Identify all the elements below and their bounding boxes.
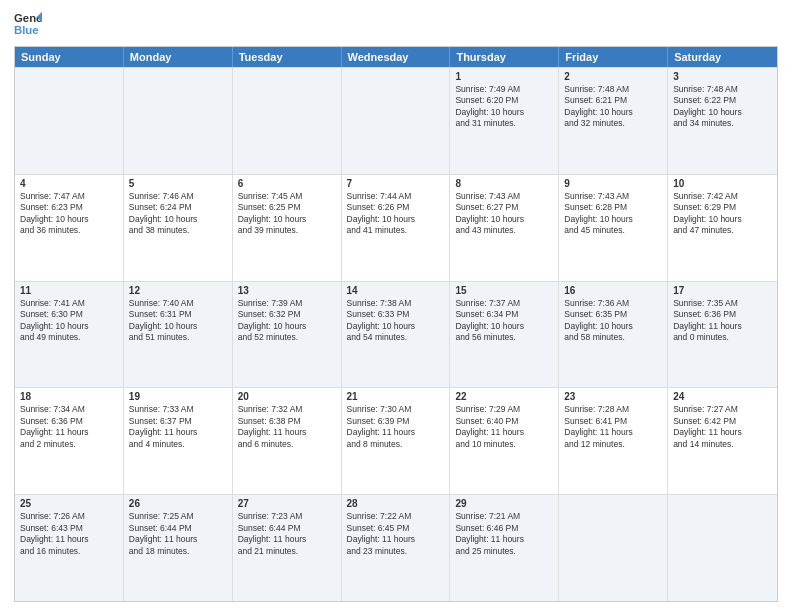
svg-text:Blue: Blue bbox=[14, 24, 39, 36]
cal-cell-r2c2: 13Sunrise: 7:39 AM Sunset: 6:32 PM Dayli… bbox=[233, 282, 342, 388]
day-info: Sunrise: 7:42 AM Sunset: 6:29 PM Dayligh… bbox=[673, 191, 772, 237]
logo: General Blue bbox=[14, 10, 42, 38]
day-info: Sunrise: 7:32 AM Sunset: 6:38 PM Dayligh… bbox=[238, 404, 336, 450]
day-number: 12 bbox=[129, 285, 227, 296]
cal-cell-r3c1: 19Sunrise: 7:33 AM Sunset: 6:37 PM Dayli… bbox=[124, 388, 233, 494]
day-info: Sunrise: 7:40 AM Sunset: 6:31 PM Dayligh… bbox=[129, 298, 227, 344]
cal-cell-r4c0: 25Sunrise: 7:26 AM Sunset: 6:43 PM Dayli… bbox=[15, 495, 124, 601]
cal-cell-r2c3: 14Sunrise: 7:38 AM Sunset: 6:33 PM Dayli… bbox=[342, 282, 451, 388]
day-info: Sunrise: 7:29 AM Sunset: 6:40 PM Dayligh… bbox=[455, 404, 553, 450]
cal-cell-r1c1: 5Sunrise: 7:46 AM Sunset: 6:24 PM Daylig… bbox=[124, 175, 233, 281]
day-info: Sunrise: 7:48 AM Sunset: 6:21 PM Dayligh… bbox=[564, 84, 662, 130]
day-number: 29 bbox=[455, 498, 553, 509]
cal-cell-r4c2: 27Sunrise: 7:23 AM Sunset: 6:44 PM Dayli… bbox=[233, 495, 342, 601]
day-number: 11 bbox=[20, 285, 118, 296]
day-number: 8 bbox=[455, 178, 553, 189]
day-number: 13 bbox=[238, 285, 336, 296]
day-number: 1 bbox=[455, 71, 553, 82]
calendar-row-2: 11Sunrise: 7:41 AM Sunset: 6:30 PM Dayli… bbox=[15, 281, 777, 388]
header-day-tuesday: Tuesday bbox=[233, 47, 342, 67]
day-info: Sunrise: 7:25 AM Sunset: 6:44 PM Dayligh… bbox=[129, 511, 227, 557]
day-number: 26 bbox=[129, 498, 227, 509]
calendar: SundayMondayTuesdayWednesdayThursdayFrid… bbox=[14, 46, 778, 602]
day-info: Sunrise: 7:33 AM Sunset: 6:37 PM Dayligh… bbox=[129, 404, 227, 450]
day-number: 23 bbox=[564, 391, 662, 402]
logo-icon: General Blue bbox=[14, 10, 42, 38]
cal-cell-r0c2 bbox=[233, 68, 342, 174]
day-info: Sunrise: 7:41 AM Sunset: 6:30 PM Dayligh… bbox=[20, 298, 118, 344]
day-number: 17 bbox=[673, 285, 772, 296]
cal-cell-r0c6: 3Sunrise: 7:48 AM Sunset: 6:22 PM Daylig… bbox=[668, 68, 777, 174]
cal-cell-r4c6 bbox=[668, 495, 777, 601]
cal-cell-r0c1 bbox=[124, 68, 233, 174]
day-info: Sunrise: 7:45 AM Sunset: 6:25 PM Dayligh… bbox=[238, 191, 336, 237]
calendar-row-4: 25Sunrise: 7:26 AM Sunset: 6:43 PM Dayli… bbox=[15, 494, 777, 601]
day-number: 20 bbox=[238, 391, 336, 402]
header-day-wednesday: Wednesday bbox=[342, 47, 451, 67]
calendar-body: 1Sunrise: 7:49 AM Sunset: 6:20 PM Daylig… bbox=[15, 67, 777, 601]
day-info: Sunrise: 7:49 AM Sunset: 6:20 PM Dayligh… bbox=[455, 84, 553, 130]
cal-cell-r3c2: 20Sunrise: 7:32 AM Sunset: 6:38 PM Dayli… bbox=[233, 388, 342, 494]
day-number: 2 bbox=[564, 71, 662, 82]
day-info: Sunrise: 7:21 AM Sunset: 6:46 PM Dayligh… bbox=[455, 511, 553, 557]
cal-cell-r3c0: 18Sunrise: 7:34 AM Sunset: 6:36 PM Dayli… bbox=[15, 388, 124, 494]
calendar-header: SundayMondayTuesdayWednesdayThursdayFrid… bbox=[15, 47, 777, 67]
page: General Blue SundayMondayTuesdayWednesda… bbox=[0, 0, 792, 612]
cal-cell-r0c5: 2Sunrise: 7:48 AM Sunset: 6:21 PM Daylig… bbox=[559, 68, 668, 174]
day-info: Sunrise: 7:26 AM Sunset: 6:43 PM Dayligh… bbox=[20, 511, 118, 557]
day-info: Sunrise: 7:43 AM Sunset: 6:27 PM Dayligh… bbox=[455, 191, 553, 237]
header: General Blue bbox=[14, 10, 778, 38]
day-info: Sunrise: 7:46 AM Sunset: 6:24 PM Dayligh… bbox=[129, 191, 227, 237]
day-info: Sunrise: 7:48 AM Sunset: 6:22 PM Dayligh… bbox=[673, 84, 772, 130]
cal-cell-r1c6: 10Sunrise: 7:42 AM Sunset: 6:29 PM Dayli… bbox=[668, 175, 777, 281]
day-number: 27 bbox=[238, 498, 336, 509]
day-info: Sunrise: 7:22 AM Sunset: 6:45 PM Dayligh… bbox=[347, 511, 445, 557]
cal-cell-r0c4: 1Sunrise: 7:49 AM Sunset: 6:20 PM Daylig… bbox=[450, 68, 559, 174]
cal-cell-r3c5: 23Sunrise: 7:28 AM Sunset: 6:41 PM Dayli… bbox=[559, 388, 668, 494]
day-info: Sunrise: 7:23 AM Sunset: 6:44 PM Dayligh… bbox=[238, 511, 336, 557]
calendar-row-3: 18Sunrise: 7:34 AM Sunset: 6:36 PM Dayli… bbox=[15, 387, 777, 494]
cal-cell-r4c5 bbox=[559, 495, 668, 601]
header-day-thursday: Thursday bbox=[450, 47, 559, 67]
day-number: 5 bbox=[129, 178, 227, 189]
cal-cell-r4c4: 29Sunrise: 7:21 AM Sunset: 6:46 PM Dayli… bbox=[450, 495, 559, 601]
cal-cell-r3c4: 22Sunrise: 7:29 AM Sunset: 6:40 PM Dayli… bbox=[450, 388, 559, 494]
day-info: Sunrise: 7:30 AM Sunset: 6:39 PM Dayligh… bbox=[347, 404, 445, 450]
svg-text:General: General bbox=[14, 12, 42, 24]
cal-cell-r2c0: 11Sunrise: 7:41 AM Sunset: 6:30 PM Dayli… bbox=[15, 282, 124, 388]
cal-cell-r2c1: 12Sunrise: 7:40 AM Sunset: 6:31 PM Dayli… bbox=[124, 282, 233, 388]
cal-cell-r0c0 bbox=[15, 68, 124, 174]
day-number: 28 bbox=[347, 498, 445, 509]
header-day-friday: Friday bbox=[559, 47, 668, 67]
day-number: 7 bbox=[347, 178, 445, 189]
header-day-monday: Monday bbox=[124, 47, 233, 67]
day-info: Sunrise: 7:39 AM Sunset: 6:32 PM Dayligh… bbox=[238, 298, 336, 344]
cal-cell-r1c5: 9Sunrise: 7:43 AM Sunset: 6:28 PM Daylig… bbox=[559, 175, 668, 281]
day-number: 10 bbox=[673, 178, 772, 189]
cal-cell-r0c3 bbox=[342, 68, 451, 174]
day-number: 24 bbox=[673, 391, 772, 402]
calendar-row-0: 1Sunrise: 7:49 AM Sunset: 6:20 PM Daylig… bbox=[15, 67, 777, 174]
day-info: Sunrise: 7:44 AM Sunset: 6:26 PM Dayligh… bbox=[347, 191, 445, 237]
day-number: 18 bbox=[20, 391, 118, 402]
cal-cell-r2c5: 16Sunrise: 7:36 AM Sunset: 6:35 PM Dayli… bbox=[559, 282, 668, 388]
day-number: 6 bbox=[238, 178, 336, 189]
day-number: 21 bbox=[347, 391, 445, 402]
day-number: 15 bbox=[455, 285, 553, 296]
day-info: Sunrise: 7:27 AM Sunset: 6:42 PM Dayligh… bbox=[673, 404, 772, 450]
cal-cell-r3c6: 24Sunrise: 7:27 AM Sunset: 6:42 PM Dayli… bbox=[668, 388, 777, 494]
calendar-row-1: 4Sunrise: 7:47 AM Sunset: 6:23 PM Daylig… bbox=[15, 174, 777, 281]
header-day-sunday: Sunday bbox=[15, 47, 124, 67]
day-info: Sunrise: 7:34 AM Sunset: 6:36 PM Dayligh… bbox=[20, 404, 118, 450]
day-info: Sunrise: 7:35 AM Sunset: 6:36 PM Dayligh… bbox=[673, 298, 772, 344]
day-number: 9 bbox=[564, 178, 662, 189]
day-number: 4 bbox=[20, 178, 118, 189]
cal-cell-r2c6: 17Sunrise: 7:35 AM Sunset: 6:36 PM Dayli… bbox=[668, 282, 777, 388]
header-day-saturday: Saturday bbox=[668, 47, 777, 67]
cal-cell-r3c3: 21Sunrise: 7:30 AM Sunset: 6:39 PM Dayli… bbox=[342, 388, 451, 494]
day-info: Sunrise: 7:43 AM Sunset: 6:28 PM Dayligh… bbox=[564, 191, 662, 237]
day-info: Sunrise: 7:38 AM Sunset: 6:33 PM Dayligh… bbox=[347, 298, 445, 344]
cal-cell-r4c1: 26Sunrise: 7:25 AM Sunset: 6:44 PM Dayli… bbox=[124, 495, 233, 601]
day-info: Sunrise: 7:28 AM Sunset: 6:41 PM Dayligh… bbox=[564, 404, 662, 450]
day-number: 14 bbox=[347, 285, 445, 296]
